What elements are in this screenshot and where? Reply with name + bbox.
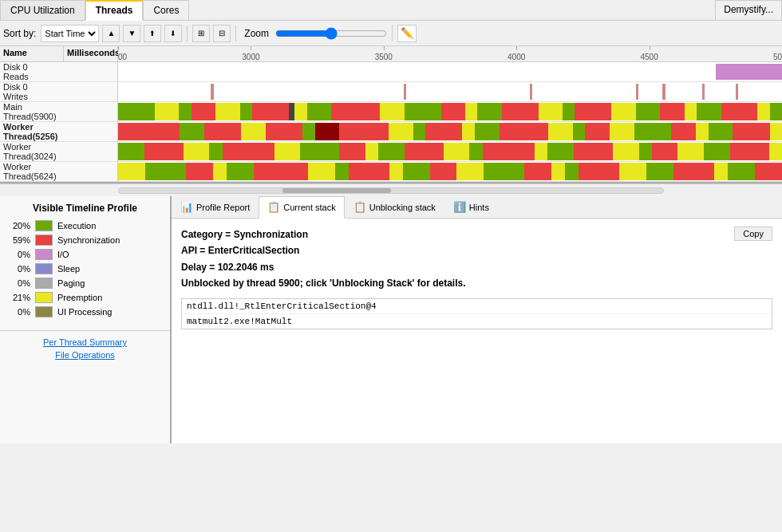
legend-label: I/O (57, 250, 164, 259)
threads-area: Disk 0 ReadsDisk 0 WritesMain Thread(590… (0, 62, 782, 183)
sort-select[interactable]: Start Time (41, 25, 99, 42)
legend-color (35, 234, 53, 246)
toolbar-up-btn[interactable]: ▲ (102, 25, 120, 42)
detail-tab-icon: ℹ️ (453, 201, 466, 213)
thread-timeline (118, 122, 782, 141)
detail-header: Category = Synchronization API = EnterCr… (181, 227, 772, 292)
toolbar-bottom-btn[interactable]: ⬇ (164, 25, 182, 42)
zoom-label: Zoom (244, 28, 269, 39)
thread-row[interactable]: Disk 0 Writes (0, 82, 782, 102)
sort-label: Sort by: (3, 28, 36, 39)
legend-color (35, 306, 53, 317)
detail-tab-label: Current stack (283, 203, 335, 212)
ruler-area: 250030003500400045005000 (118, 46, 782, 61)
legend-pct: 21% (6, 293, 30, 302)
legend-row: 0%UI Processing (6, 306, 164, 317)
top-tab-bar: CPU Utilization Threads Cores Demystify.… (0, 0, 782, 21)
ruler-tick: 3000 (242, 53, 259, 61)
toolbar-down-btn[interactable]: ▼ (123, 25, 140, 42)
thread-timeline (118, 82, 782, 101)
legend-color (35, 292, 53, 303)
unblocked-line: Unblocked by thread 5900; click 'Unblock… (181, 275, 772, 291)
thread-row[interactable]: Disk 0 Reads (0, 62, 782, 82)
legend-pct: 20% (6, 221, 30, 231)
detail-tab-icon: 📋 (353, 201, 366, 213)
legend-row: 0%Paging (6, 278, 164, 289)
column-header: Name Milliseconds 2500300035004000450050… (0, 46, 782, 62)
thread-row[interactable]: Worker Thread(5624) (0, 162, 782, 182)
ruler-line (650, 46, 650, 50)
legend-pct: 0% (6, 307, 30, 317)
detail-tab-label: Unblocking stack (369, 203, 436, 212)
toolbar-copy-btn[interactable]: ⊞ (192, 25, 210, 42)
thread-label: Disk 0 Writes (0, 82, 118, 101)
thread-timeline (118, 142, 782, 161)
thread-timeline (118, 62, 782, 81)
legend-color (35, 263, 53, 274)
thread-label: Worker Thread(5624) (0, 162, 118, 181)
thread-label: Worker Thread(5256) (0, 122, 118, 141)
ruler-tick: 4000 (508, 53, 525, 61)
legend-color (35, 220, 53, 231)
pencil-button[interactable]: ✏️ (397, 25, 417, 42)
ruler-tick: 3500 (375, 53, 393, 61)
detail-tab-hints[interactable]: ℹ️Hints (444, 196, 498, 219)
thread-row[interactable]: Worker Thread(5256) (0, 122, 782, 142)
demystify-button[interactable]: Demystify... (715, 0, 782, 21)
scrollbar-track (118, 187, 664, 194)
ruler-tick: 5000 (773, 53, 782, 61)
legend-color (35, 249, 53, 260)
legend-label: Synchronization (57, 235, 164, 245)
legend-row: 59%Synchronization (6, 234, 164, 246)
legend-label: UI Processing (57, 307, 164, 317)
scrollbar-thumb[interactable] (282, 188, 391, 193)
col-ms-header: Milliseconds (64, 46, 118, 61)
category-line: Category = Synchronization (181, 227, 772, 242)
tab-cores[interactable]: Cores (143, 0, 189, 21)
ruler-line (384, 46, 385, 50)
profile-link[interactable]: Per Thread Summary (0, 337, 170, 347)
legend-pct: 0% (6, 264, 30, 274)
legend-pct: 0% (6, 250, 30, 259)
legend-label: Paging (57, 278, 164, 288)
zoom-slider[interactable] (275, 27, 387, 40)
tab-threads[interactable]: Threads (85, 0, 144, 21)
profile-legend: 20%Execution59%Synchronization0%I/O0%Sle… (0, 220, 170, 321)
thread-timeline (118, 162, 782, 181)
stack-item: ntdll.dll!_RtlEnterCriticalSection@4 (182, 299, 772, 314)
profile-link[interactable]: File Operations (0, 350, 170, 360)
legend-row: 0%I/O (6, 249, 164, 260)
detail-tab-profile_report[interactable]: 📊Profile Report (172, 196, 259, 219)
thread-label: Main Thread(5900) (0, 102, 118, 121)
thread-label: Worker Thread(3024) (0, 142, 118, 161)
tab-cpu[interactable]: CPU Utilization (0, 0, 85, 21)
detail-tab-icon: 📊 (180, 201, 193, 213)
detail-tab-unblocking_stack[interactable]: 📋Unblocking stack (345, 196, 444, 219)
thread-label: Disk 0 Reads (0, 62, 118, 81)
profile-links: Per Thread SummaryFile Operations (0, 330, 170, 363)
ruler-line (516, 46, 517, 50)
detail-tab-current_stack[interactable]: 📋Current stack (259, 196, 344, 219)
toolbar-divider-2 (235, 26, 236, 41)
legend-pct: 59% (6, 235, 30, 245)
toolbar: Sort by: Start Time ▲ ▼ ⬆ ⬇ ⊞ ⊟ Zoom ✏️ (0, 21, 782, 46)
thread-row[interactable]: Worker Thread(3024) (0, 142, 782, 162)
toolbar-top-btn[interactable]: ⬆ (144, 25, 161, 42)
thread-row[interactable]: Main Thread(5900) (0, 102, 782, 122)
api-line: API = EnterCriticalSection (181, 242, 772, 258)
detail-tabs: 📊Profile Report📋Current stack📋Unblocking… (172, 196, 782, 219)
legend-label: Sleep (57, 264, 164, 274)
detail-content: Copy Category = Synchronization API = En… (172, 219, 782, 443)
detail-panel: 📊Profile Report📋Current stack📋Unblocking… (172, 196, 782, 443)
toolbar-paste-btn[interactable]: ⊟ (213, 25, 231, 42)
legend-label: Preemption (57, 293, 164, 302)
legend-pct: 0% (6, 278, 30, 288)
toolbar-divider-1 (187, 26, 188, 41)
col-name-header: Name (0, 46, 64, 61)
profile-title: Visible Timeline Profile (0, 203, 170, 214)
copy-button[interactable]: Copy (734, 227, 772, 241)
profile-panel: Visible Timeline Profile 20%Execution59%… (0, 196, 172, 443)
delay-line: Delay = 102.2046 ms (181, 259, 772, 275)
scroll-area (0, 183, 782, 196)
legend-color (35, 278, 53, 289)
